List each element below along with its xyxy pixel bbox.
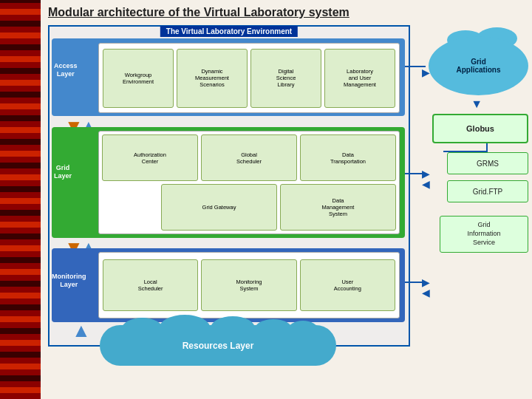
monitoring-layer-inner: Local Scheduler Monitoring System User A… <box>98 252 400 318</box>
access-box-digital: Digital Science Library <box>250 49 321 108</box>
left-decorative-stripe <box>0 0 41 399</box>
arrow-resources-to-monitoring: ▲ <box>72 319 91 342</box>
grid-applications-cloud: Grid Applications <box>429 36 528 95</box>
access-layer-label: Access Layer <box>54 62 78 78</box>
monitor-box-local: Local Scheduler <box>103 259 198 311</box>
grid-box-dms: Data Management System <box>280 184 396 231</box>
grid-layer-inner: Authorization Center Global Scheduler Da… <box>98 131 400 234</box>
gridftp-box: Grid.FTP <box>447 180 528 202</box>
grid-applications-label: Grid Applications <box>456 58 500 74</box>
grid-top-row: Authorization Center Global Scheduler Da… <box>102 134 396 181</box>
grid-layer-label: Grid Layer <box>54 164 72 180</box>
gis-label: Grid Information Service <box>467 221 500 247</box>
gridftp-label: Grid.FTP <box>473 188 503 196</box>
grid-box-scheduler: Global Scheduler <box>201 134 297 181</box>
grid-box-auth: Authorization Center <box>102 134 198 181</box>
mid-arrow-left: ◀ <box>422 178 430 190</box>
main-content: Modular architecture of the Virtual Labo… <box>41 0 532 399</box>
grms-box: GRMS <box>447 152 528 174</box>
access-box-workgroup: Workgroup Environment <box>103 49 174 108</box>
access-box-lab: Laboratory and User Management <box>324 49 395 108</box>
page-title: Modular architecture of the Virtual Labo… <box>48 6 525 19</box>
monitor-box-monitoring: Monitoring System <box>201 259 296 311</box>
right-arrow-out: ▶ <box>422 66 430 78</box>
resources-cloud-body: Resources Layer <box>100 325 336 366</box>
bottom-arrow-left: ◀ <box>422 287 430 299</box>
monitoring-layer-label: Monitoring Layer <box>52 273 86 289</box>
arrow-to-globus: ▼ <box>471 98 482 111</box>
grid-applications-container: Grid Applications <box>429 36 528 99</box>
monitor-box-accounting: User Accounting <box>300 259 395 311</box>
globus-box: Globus <box>432 114 528 143</box>
diagram: The Virtual Laboratory Environment Grid … <box>48 25 528 372</box>
globus-label: Globus <box>466 124 494 133</box>
resources-cloud-container: Resources Layer <box>100 325 336 366</box>
grid-box-transport: Data Transportation <box>300 134 396 181</box>
access-layer-inner: Workgroup Environment Dynamic Measuremen… <box>98 43 400 113</box>
access-box-dynamic: Dynamic Measurement Scenarios <box>177 49 248 108</box>
grid-bottom-row: Grid Gateway Data Management System <box>161 184 396 231</box>
grid-box-gateway: Grid Gateway <box>161 184 277 231</box>
vle-title: The Virtual Laboratory Environment <box>160 26 298 37</box>
resources-layer-label: Resources Layer <box>183 341 254 351</box>
grms-label: GRMS <box>477 160 499 168</box>
gis-box: Grid Information Service <box>440 216 528 253</box>
